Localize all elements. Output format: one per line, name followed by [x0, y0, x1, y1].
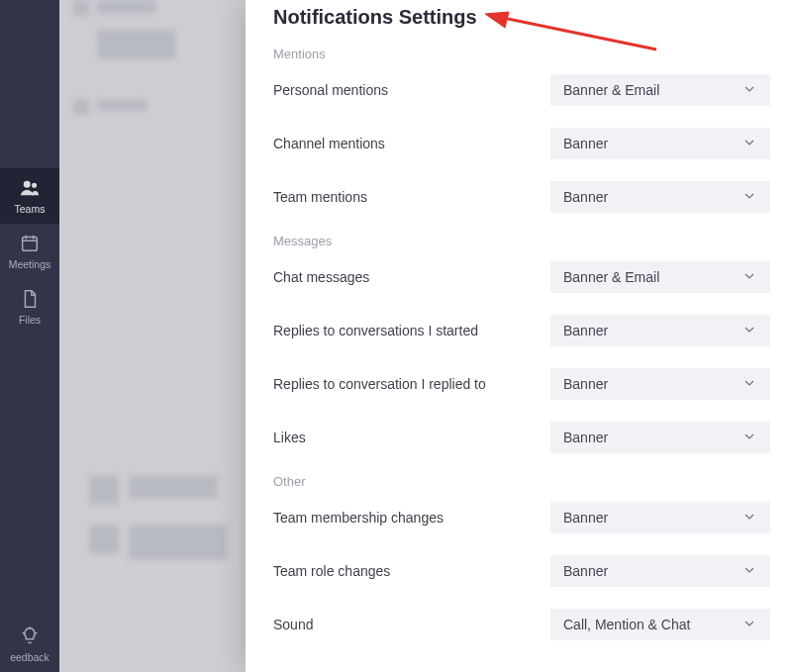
select-channel-mentions[interactable]: Banner: [550, 128, 770, 159]
svg-rect-2: [23, 238, 38, 251]
chevron-down-icon: [742, 509, 757, 528]
rail-item-label: eedback: [10, 651, 50, 663]
row-label: Sound: [273, 617, 550, 632]
select-chat-messages[interactable]: Banner & Email: [550, 261, 770, 293]
select-value: Banner: [563, 189, 608, 205]
row-replies-started: Replies to conversations I started Banne…: [273, 314, 792, 347]
chevron-down-icon: [742, 81, 757, 100]
select-value: Banner: [563, 510, 608, 526]
section-label-mentions: Mentions: [273, 47, 792, 61]
chevron-down-icon: [742, 616, 757, 634]
select-value: Banner: [563, 136, 608, 151]
row-label: Team mentions: [273, 189, 550, 205]
row-likes: Likes Banner: [273, 421, 792, 454]
team-list-pane: [59, 0, 246, 672]
row-personal-mentions: Personal mentions Banner & Email: [273, 73, 792, 107]
rail-item-label: Meetings: [9, 258, 51, 270]
row-channel-mentions: Channel mentions Banner: [273, 127, 792, 160]
svg-point-0: [25, 182, 31, 188]
chevron-down-icon: [742, 375, 757, 394]
rail-item-label: Teams: [15, 203, 46, 215]
select-role-changes[interactable]: Banner: [550, 555, 770, 587]
select-membership-changes[interactable]: Banner: [550, 502, 770, 533]
chevron-down-icon: [742, 429, 757, 447]
select-value: Call, Mention & Chat: [563, 617, 690, 632]
row-membership-changes: Team membership changes Banner: [273, 501, 792, 534]
select-replies-started[interactable]: Banner: [550, 315, 770, 346]
teams-icon: [19, 177, 41, 203]
chevron-down-icon: [742, 562, 757, 581]
chevron-down-icon: [742, 268, 757, 287]
row-chat-messages: Chat messages Banner & Email: [273, 260, 792, 294]
select-value: Banner & Email: [563, 269, 659, 285]
panel-title: Notifications Settings: [273, 6, 792, 29]
rail-item-teams[interactable]: Teams: [0, 168, 59, 224]
row-role-changes: Team role changes Banner: [273, 554, 792, 588]
select-sound[interactable]: Call, Mention & Chat: [550, 609, 770, 640]
select-replies-replied[interactable]: Banner: [550, 368, 770, 400]
chevron-down-icon: [742, 188, 757, 207]
app-rail: Teams Meetings Files eedback: [0, 0, 59, 672]
row-label: Team role changes: [273, 563, 550, 579]
row-label: Channel mentions: [273, 136, 550, 151]
notifications-settings-panel: Notifications Settings Mentions Personal…: [246, 0, 792, 672]
rail-item-feedback[interactable]: eedback: [0, 617, 59, 672]
select-value: Banner: [563, 323, 608, 338]
select-team-mentions[interactable]: Banner: [550, 181, 770, 213]
row-team-mentions: Team mentions Banner: [273, 180, 792, 214]
row-label: Replies to conversations I started: [273, 323, 550, 338]
row-sound: Sound Call, Mention & Chat: [273, 608, 792, 641]
select-value: Banner: [563, 376, 608, 392]
section-label-other: Other: [273, 474, 792, 489]
select-likes[interactable]: Banner: [550, 422, 770, 453]
rail-item-files[interactable]: Files: [0, 279, 59, 335]
lightbulb-icon: [19, 625, 41, 651]
rail-item-meetings[interactable]: Meetings: [0, 224, 59, 279]
row-label: Team membership changes: [273, 510, 550, 526]
row-label: Replies to conversation I replied to: [273, 376, 550, 392]
select-value: Banner & Email: [563, 82, 659, 98]
svg-point-1: [33, 183, 37, 187]
rail-item-label: Files: [19, 314, 41, 326]
row-replies-replied: Replies to conversation I replied to Ban…: [273, 367, 792, 401]
select-value: Banner: [563, 430, 608, 445]
select-value: Banner: [563, 563, 608, 579]
row-label: Likes: [273, 430, 550, 445]
rail-top-spacer: [0, 0, 59, 168]
calendar-icon: [19, 233, 41, 258]
section-label-messages: Messages: [273, 234, 792, 248]
select-personal-mentions[interactable]: Banner & Email: [550, 74, 770, 106]
row-label: Personal mentions: [273, 82, 550, 98]
chevron-down-icon: [742, 135, 757, 153]
row-label: Chat messages: [273, 269, 550, 285]
chevron-down-icon: [742, 322, 757, 340]
files-icon: [19, 288, 41, 314]
